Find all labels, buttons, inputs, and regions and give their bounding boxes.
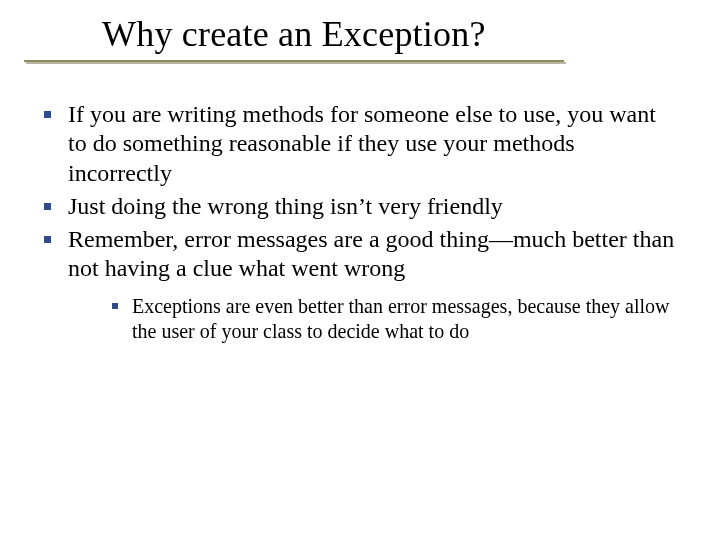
bullet-list-level1: If you are writing methods for someone e…	[40, 100, 680, 344]
list-item-text: If you are writing methods for someone e…	[68, 101, 656, 186]
slide-body: If you are writing methods for someone e…	[40, 100, 680, 348]
bullet-list-level2: Exceptions are even better than error me…	[68, 294, 680, 344]
underline-line	[24, 60, 564, 62]
list-item: Exceptions are even better than error me…	[108, 294, 680, 344]
list-item: Just doing the wrong thing isn’t very fr…	[40, 192, 680, 221]
square-bullet-icon	[44, 203, 51, 210]
square-bullet-icon	[44, 111, 51, 118]
list-item: Remember, error messages are a good thin…	[40, 225, 680, 344]
list-item-text: Remember, error messages are a good thin…	[68, 226, 674, 281]
list-item-text: Exceptions are even better than error me…	[132, 295, 670, 342]
square-bullet-icon	[44, 236, 51, 243]
slide-title: Why create an Exception?	[102, 14, 690, 55]
title-underline	[24, 60, 564, 64]
underline-shadow	[26, 62, 566, 64]
list-item-text: Just doing the wrong thing isn’t very fr…	[68, 193, 503, 219]
title-area: Why create an Exception?	[24, 14, 690, 61]
square-bullet-icon	[112, 303, 118, 309]
list-item: If you are writing methods for someone e…	[40, 100, 680, 188]
slide: Why create an Exception? If you are writ…	[0, 0, 720, 540]
